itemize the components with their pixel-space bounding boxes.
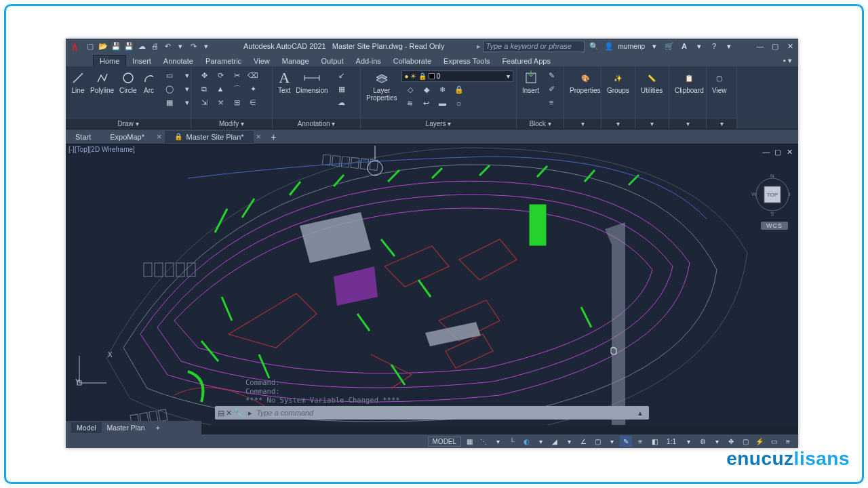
saveas-icon[interactable]: 💾 [123,41,134,52]
polyline-button[interactable]: Polyline [87,69,117,94]
ellipse-icon[interactable]: ◯ [161,83,178,95]
layer-freeze-icon[interactable]: ❄ [435,83,450,96]
search-input[interactable]: Type a keyword or phrase [483,41,585,52]
attr-block-icon[interactable]: ≡ [545,96,558,108]
layer-lock-icon[interactable]: 🔒 [452,83,467,96]
line-button[interactable]: Line [68,69,87,94]
utilities-button[interactable]: 📏Utilities [638,69,665,94]
leader-icon[interactable]: ↙ [334,69,350,81]
grid-icon[interactable]: ▦ [463,436,475,447]
copy-icon[interactable]: ⧉ [197,83,212,95]
panel-properties-expand[interactable]: ▾ [564,118,601,129]
panel-block-title[interactable]: Block ▾ [517,118,564,129]
ribbon-tab-view[interactable]: View [248,56,276,66]
dropdown-icon[interactable]: ▾ [175,41,186,52]
close-tab-icon[interactable]: × [254,131,264,142]
redo-icon[interactable]: ↷ [188,41,199,52]
erase-icon[interactable]: ⌫ [245,69,260,81]
web-mobile-icon[interactable]: ☁ [136,41,147,52]
dropdown-icon[interactable]: ▾ [649,41,660,52]
panel-annotation-title[interactable]: Annotation ▾ [273,118,360,129]
fillet-icon[interactable]: ⌒ [229,83,244,95]
cart-icon[interactable]: 🛒 [664,41,675,52]
dimension-button[interactable]: Dimension [293,69,330,94]
panel-clipboard-expand[interactable]: ▾ [669,118,706,129]
filetab-master[interactable]: 🔒 Master Site Plan* [165,131,254,143]
layer-iso-icon[interactable]: ◆ [419,83,434,96]
user-icon[interactable]: 👤 [604,41,614,52]
panel-modify-title[interactable]: Modify ▾ [191,118,272,129]
isodraft-icon[interactable]: ◢ [549,436,561,447]
groups-button[interactable]: ✨Groups [604,69,632,94]
layerprops-button[interactable]: Layer Properties [363,69,400,109]
filetab-expomap[interactable]: ExpoMap* [100,131,154,143]
dropdown-icon[interactable]: ▾ [724,41,734,52]
ribbon-tab-featuredapps[interactable]: Featured Apps [496,56,557,66]
dropdown-icon[interactable]: ▾ [694,41,705,52]
ribbon-option-icon[interactable]: ▪ ▾ [777,55,798,66]
infocenter-arrow-icon[interactable]: ▸ [477,42,481,51]
ortho-icon[interactable]: └ [506,436,518,447]
hatch-icon[interactable]: ▦ [161,96,178,108]
save-icon[interactable]: 💾 [111,41,121,52]
cmd-toggle-icon[interactable]: ▤ [218,409,224,418]
cloud-icon[interactable]: ☁ [334,96,350,108]
edit-block-icon[interactable]: ✐ [545,83,558,95]
dropdown-icon[interactable]: ▾ [201,41,212,52]
layout-tab[interactable]: Master Plan [102,422,151,433]
drawing-canvas[interactable]: [-][Top][2D Wireframe] [66,144,798,425]
wcs-badge[interactable]: WCS [761,222,788,230]
close-tab-icon[interactable]: × [154,131,165,142]
model-space-button[interactable]: MODEL [428,436,462,447]
mirror-icon[interactable]: ▲ [213,83,228,95]
ribbon-tab-home[interactable]: Home [93,55,126,66]
viewcube[interactable]: N E S W TOP [749,174,790,215]
panel-view-expand[interactable]: ▾ [707,118,736,129]
ribbon-tab-insert[interactable]: Insert [126,56,157,66]
dropdown-icon[interactable]: ▾ [507,73,510,80]
ribbon-tab-collaborate[interactable]: Collaborate [387,56,437,66]
customize-icon[interactable]: ≡ [782,436,794,447]
panel-draw-title[interactable]: Draw ▾ [66,118,191,129]
insert-button[interactable]: Insert [519,69,542,94]
add-layout-button[interactable]: + [151,424,165,432]
snap-icon[interactable]: ⋱ [477,436,490,447]
close-icon[interactable]: ✕ [785,41,795,52]
dropdown-icon[interactable]: ▾ [711,436,723,447]
command-input[interactable]: ▤ ✕ 🔧 ▸ Type a command ▲ [215,406,649,420]
panel-utilities-expand[interactable]: ▾ [635,118,669,129]
app-letter-icon[interactable]: A [679,41,690,52]
properties-button[interactable]: 🎨Properties [567,69,604,94]
table-icon[interactable]: ▦ [334,83,350,95]
arc-button[interactable]: Arc [140,69,159,94]
model-tab[interactable]: Model [71,422,102,433]
open-icon[interactable]: 📂 [98,41,108,52]
clean-screen-icon[interactable]: ▭ [768,436,780,447]
explode-icon[interactable]: ✦ [245,83,260,95]
offset-icon[interactable]: ∈ [245,96,260,108]
rect-icon[interactable]: ▭ [161,69,178,81]
lineweight-icon[interactable]: ≡ [634,436,646,447]
view-button[interactable]: ▢View [709,69,730,94]
clipboard-button[interactable]: 📋Clipboard [672,69,707,94]
ribbon-tab-manage[interactable]: Manage [276,56,315,66]
plot-icon[interactable]: 🖨 [149,41,160,52]
polar-icon[interactable]: ◐ [520,436,532,447]
scale-button[interactable]: 1:1 [663,438,680,445]
circle-button[interactable]: Circle [117,69,140,94]
dropdown-icon[interactable]: ▾ [534,436,547,447]
gear-icon[interactable]: ⚙ [696,436,709,447]
stretch-icon[interactable]: ⇲ [197,96,212,108]
dropdown-icon[interactable]: ▾ [682,436,694,447]
panel-groups-expand[interactable]: ▾ [601,118,635,129]
otrack-icon[interactable]: ▢ [591,436,604,447]
new-tab-button[interactable]: + [264,131,283,142]
layer-prev-icon[interactable]: ↩ [419,97,434,109]
trim-icon[interactable]: ✂ [229,69,244,81]
maximize-viewport-icon[interactable]: ▢ [773,147,783,157]
search-icon[interactable]: 🔍 [589,41,599,52]
scale-icon[interactable]: ⤧ [213,96,228,108]
ribbon-tab-addins[interactable]: Add-ins [350,56,387,66]
transparency-icon[interactable]: ◧ [648,436,660,447]
cmd-close-icon[interactable]: ✕ [226,409,232,418]
